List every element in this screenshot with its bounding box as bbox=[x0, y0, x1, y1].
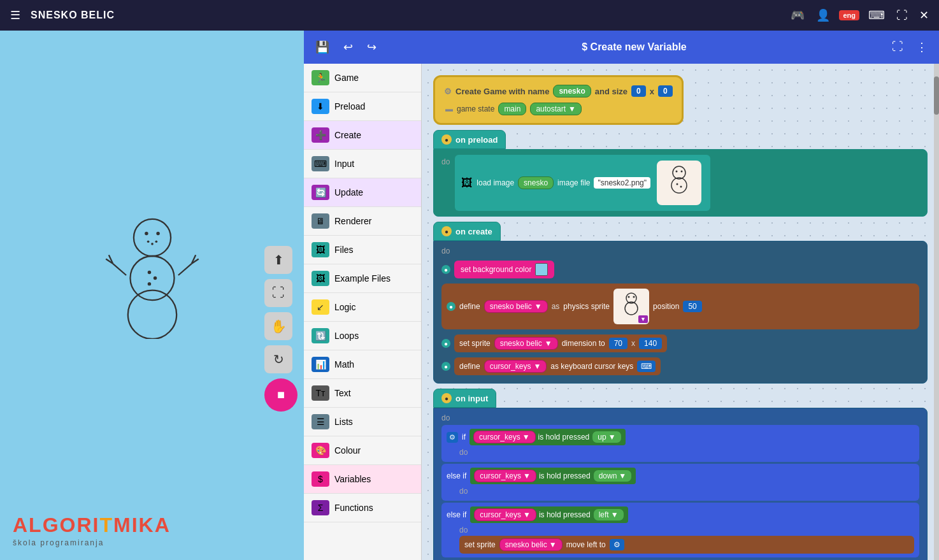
close-icon[interactable]: ✕ bbox=[917, 6, 931, 25]
hamburger-menu-icon[interactable]: ☰ bbox=[8, 6, 23, 25]
direction-2[interactable]: down ▼ bbox=[593, 470, 633, 482]
dimension-block: set sprite snesko belic ▼ dimension to 7… bbox=[454, 334, 667, 352]
editor-content: 🏃 Game ⬇ Preload ➕ Create ⌨ Input 🔄 bbox=[304, 64, 939, 560]
set-bg-block: set background color bbox=[454, 261, 554, 278]
if-row: ⚙ if cursor_keys ▼ is hold pressed bbox=[447, 429, 914, 445]
is-hold-pressed-1: is hold pressed bbox=[538, 433, 590, 442]
category-update[interactable]: 🔄 Update bbox=[304, 178, 421, 207]
category-game[interactable]: 🏃 Game bbox=[304, 64, 421, 92]
category-renderer-label: Renderer bbox=[334, 216, 371, 226]
define-cursor-row: ● define cursor_keys ▼ as keyboard curso… bbox=[441, 355, 919, 378]
language-icon[interactable]: eng bbox=[839, 10, 859, 20]
category-logic[interactable]: ↙ Logic bbox=[304, 293, 421, 322]
game-name-value[interactable]: snesko bbox=[553, 85, 591, 97]
category-create[interactable]: ➕ Create bbox=[304, 121, 421, 150]
create-section: ● on create do ● set background color bbox=[433, 222, 928, 384]
category-functions[interactable]: Σ Functions bbox=[304, 494, 421, 522]
category-variables[interactable]: $ Variables bbox=[304, 465, 421, 494]
image-file-label: image file bbox=[557, 178, 590, 187]
category-lists-label: Lists bbox=[334, 417, 353, 427]
sprite-dropdown-btn[interactable]: ▼ bbox=[638, 315, 648, 323]
svg-point-1 bbox=[145, 231, 148, 234]
category-input[interactable]: ⌨ Input bbox=[304, 150, 421, 178]
game-height-value[interactable]: 0 bbox=[658, 85, 673, 97]
category-loops[interactable]: 🔃 Loops bbox=[304, 322, 421, 350]
logo-subtitle: škola programiranja bbox=[13, 538, 171, 547]
svg-point-18 bbox=[676, 171, 678, 173]
direction-1[interactable]: up ▼ bbox=[592, 431, 621, 443]
sprite-name-dropdown[interactable]: snesko belic ▼ bbox=[484, 300, 548, 313]
game-state-label: game state bbox=[457, 104, 494, 113]
create-header-label: on create bbox=[455, 227, 492, 236]
game-cat-icon: 🏃 bbox=[312, 70, 329, 85]
upload-tool-button[interactable]: ⬆ bbox=[264, 246, 292, 274]
preload-header: ● on preload bbox=[433, 130, 506, 149]
more-menu-icon[interactable]: ⋮ bbox=[912, 38, 931, 57]
hand-tool-button[interactable]: ✋ bbox=[264, 312, 292, 340]
category-text-label: Text bbox=[334, 388, 351, 398]
else-if-1-condition: cursor_keys ▼ is hold pressed down ▼ bbox=[470, 468, 636, 484]
canvas-area[interactable]: ⚙ Create Game with name snesko and size … bbox=[422, 64, 939, 560]
is-hold-pressed-2: is hold pressed bbox=[539, 471, 591, 480]
category-math[interactable]: 📊 Math bbox=[304, 350, 421, 379]
snowman-area bbox=[101, 212, 203, 341]
move-label: move left to bbox=[566, 540, 606, 549]
is-hold-pressed-3: is hold pressed bbox=[539, 510, 591, 519]
svg-point-19 bbox=[681, 171, 683, 173]
cursor-keys-1[interactable]: cursor_keys ▼ bbox=[473, 431, 536, 443]
else-if-1-block: else if cursor_keys ▼ is hold pressed bbox=[441, 464, 919, 501]
do4-label: do bbox=[459, 526, 914, 535]
canvas-scrollbar[interactable] bbox=[934, 64, 939, 560]
refresh-tool-button[interactable]: ↻ bbox=[264, 345, 292, 373]
else-if-2-label: else if bbox=[447, 510, 466, 519]
category-example-files[interactable]: 🖼 Example Files bbox=[304, 264, 421, 293]
as-label: as bbox=[552, 302, 560, 311]
set-bg-dot: ● bbox=[441, 265, 450, 274]
height-val[interactable]: 140 bbox=[639, 338, 662, 349]
category-preload[interactable]: ⬇ Preload bbox=[304, 92, 421, 121]
svg-point-15 bbox=[147, 282, 150, 285]
sprite-name2-dropdown[interactable]: snesko belic ▼ bbox=[494, 337, 558, 350]
keyboard-icon[interactable]: ⌨ bbox=[866, 6, 887, 25]
define-sprite-block: ● define snesko belic ▼ as physics sprit… bbox=[441, 284, 919, 329]
category-files[interactable]: 🖼 Files bbox=[304, 236, 421, 264]
fullscreen-icon[interactable]: ⛶ bbox=[888, 38, 907, 57]
category-colour[interactable]: 🎨 Colour bbox=[304, 436, 421, 465]
cursor-block: define cursor_keys ▼ as keyboard cursor … bbox=[454, 357, 661, 375]
cursor-keys-2[interactable]: cursor_keys ▼ bbox=[474, 470, 536, 482]
cursor-keys-dropdown[interactable]: cursor_keys ▼ bbox=[484, 360, 547, 373]
scrollbar-thumb[interactable] bbox=[934, 76, 939, 115]
save-icon[interactable]: 💾 bbox=[312, 38, 333, 57]
image-file-value[interactable]: "snesko2.png" bbox=[594, 177, 650, 189]
svg-point-13 bbox=[147, 270, 150, 273]
preload-dot: ● bbox=[441, 134, 452, 145]
direction-3[interactable]: left ▼ bbox=[593, 508, 624, 521]
expand-icon[interactable]: ⛶ bbox=[894, 6, 910, 25]
game-width-value[interactable]: 0 bbox=[631, 85, 646, 97]
category-text[interactable]: Tт Text bbox=[304, 379, 421, 408]
redo-icon[interactable]: ↪ bbox=[363, 38, 380, 57]
x-label: x bbox=[650, 87, 654, 96]
stop-button[interactable]: ■ bbox=[264, 378, 297, 412]
expand-tool-button[interactable]: ⛶ bbox=[264, 279, 292, 307]
image-name[interactable]: snesko bbox=[518, 176, 554, 189]
autostart-value[interactable]: autostart ▼ bbox=[530, 103, 582, 115]
gamepad-icon[interactable]: 🎮 bbox=[788, 6, 807, 25]
logo-text: ALGORITMIKA bbox=[13, 513, 171, 537]
preload-section: ● on preload do 🖼 load image snesko ima bbox=[433, 130, 928, 217]
svg-point-3 bbox=[147, 240, 149, 243]
sprite-name3[interactable]: snesko belic ▼ bbox=[499, 538, 563, 551]
position-value[interactable]: 50 bbox=[683, 301, 701, 312]
category-renderer[interactable]: 🖥 Renderer bbox=[304, 207, 421, 236]
svg-point-17 bbox=[673, 166, 685, 179]
svg-point-5 bbox=[155, 240, 157, 243]
category-lists[interactable]: ☰ Lists bbox=[304, 408, 421, 436]
undo-icon[interactable]: ↩ bbox=[340, 38, 357, 57]
if-condition-block: cursor_keys ▼ is hold pressed up ▼ bbox=[470, 429, 626, 445]
and-size-label: and size bbox=[595, 87, 627, 96]
width-val[interactable]: 70 bbox=[609, 338, 627, 349]
bg-color-swatch[interactable] bbox=[535, 263, 548, 276]
user-icon[interactable]: 👤 bbox=[814, 6, 833, 25]
state-value[interactable]: main bbox=[498, 103, 526, 115]
cursor-keys-3[interactable]: cursor_keys ▼ bbox=[474, 508, 536, 521]
